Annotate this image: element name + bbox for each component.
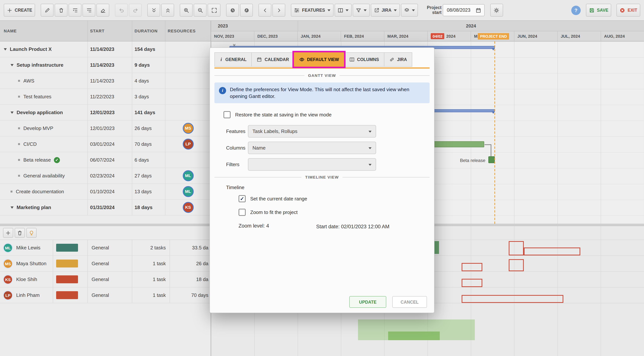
redo-button[interactable] <box>129 4 142 16</box>
outdent-button[interactable] <box>83 4 96 16</box>
save-button[interactable]: SAVE <box>586 4 612 16</box>
task-row[interactable]: Test features 11/22/2023 3 days <box>0 89 211 105</box>
tab-default-view[interactable]: DEFAULT VIEW <box>294 52 344 67</box>
tab-general[interactable]: iGENERAL <box>214 52 251 67</box>
filters-field-row: Filters <box>226 158 430 171</box>
chevron-down-icon <box>327 10 330 13</box>
zoom-fit-button[interactable] <box>208 4 221 16</box>
resource-row[interactable]: KSKloe Shih General 1 task 18 da <box>0 272 211 288</box>
task-resources-cell <box>165 152 211 168</box>
clear-button[interactable] <box>97 4 110 16</box>
history-forward-button[interactable] <box>240 4 253 16</box>
columns-select[interactable]: Name <box>248 142 376 154</box>
restore-state-checkbox-row[interactable]: Restore the state at saving in the view … <box>224 111 430 118</box>
exit-button[interactable]: EXIT <box>617 4 640 16</box>
avatar: ML <box>182 170 194 181</box>
columns-dropdown[interactable] <box>334 4 352 16</box>
gantt-bar-beta-release[interactable] <box>488 156 495 163</box>
create-button[interactable]: CREATE <box>4 4 35 16</box>
color-swatch <box>56 276 78 283</box>
month-cell: AUG, 2024 <box>601 31 644 41</box>
expand-all-button[interactable] <box>162 4 174 16</box>
redo-icon <box>133 7 138 13</box>
task-row[interactable]: Develop MVP 12/01/2023 26 days MS <box>0 120 211 136</box>
project-start-date-field[interactable] <box>443 4 484 16</box>
undo-button[interactable] <box>115 4 128 16</box>
chevron-down-icon <box>364 10 366 13</box>
cancel-button[interactable]: CANCEL <box>392 296 427 308</box>
filters-select[interactable] <box>248 158 376 171</box>
scroll-left-button[interactable] <box>259 4 272 16</box>
clock-forward-icon <box>244 7 250 13</box>
checkbox-unchecked[interactable] <box>224 111 230 118</box>
checkbox-unchecked[interactable] <box>238 209 246 216</box>
zoom-fit-checkbox-row[interactable]: Zoom to fit the project <box>238 209 430 216</box>
outdent-icon <box>86 7 92 13</box>
utilization-area-solid <box>388 332 440 340</box>
chevron-down-icon[interactable] <box>4 48 7 52</box>
collapse-all-button[interactable] <box>148 4 160 16</box>
features-select[interactable]: Task Labels, Rollups <box>248 125 376 138</box>
zoom-level-text: Zoom level: 4 <box>238 223 316 230</box>
history-back-button[interactable] <box>226 4 239 16</box>
edit-button[interactable] <box>41 4 54 16</box>
delete-button[interactable] <box>55 4 68 16</box>
task-resources-cell: LP <box>165 136 211 152</box>
task-name-cell: CI/CD <box>0 136 88 152</box>
task-resources-cell: KS <box>165 200 211 215</box>
update-button[interactable]: UPDATE <box>349 296 386 308</box>
chevron-down-icon[interactable] <box>10 64 14 68</box>
task-row[interactable]: AWS 11/14/2023 4 days <box>0 73 211 89</box>
resources-list: MLMike Lewis General 2 tasks 33.5 da MSM… <box>0 240 211 303</box>
task-duration-cell: 9 days <box>132 57 165 73</box>
task-row[interactable]: Marketing plan 01/31/2024 18 days KS <box>0 200 211 216</box>
resource-team-cell: General <box>88 272 132 287</box>
scroll-right-button[interactable] <box>273 4 286 16</box>
chevron-down-icon[interactable] <box>10 112 14 115</box>
settings-button[interactable] <box>490 4 503 16</box>
current-date-range-checkbox-row[interactable]: ✓ Set the current date range <box>238 195 430 202</box>
checkbox-checked[interactable]: ✓ <box>238 195 246 202</box>
tab-jira[interactable]: JIRA <box>384 52 412 67</box>
chevron-down-icon <box>394 10 397 13</box>
chevron-down-icon <box>368 164 372 167</box>
resource-row[interactable]: LPLinh Pham General 1 task 70 days <box>0 288 211 303</box>
task-duration-cell: 26 days <box>132 120 165 136</box>
tab-columns[interactable]: COLUMNS <box>344 52 384 67</box>
project-start-date-input[interactable] <box>446 7 473 13</box>
task-row[interactable]: Setup infrastructure 11/14/2023 9 days <box>0 57 211 73</box>
bullet-icon <box>18 80 20 82</box>
jira-dropdown[interactable]: JIRA <box>370 4 400 16</box>
task-row[interactable]: Create documentation 01/10/2024 13 days … <box>0 184 211 200</box>
tab-calendar[interactable]: CALENDAR <box>251 52 294 67</box>
task-duration-cell: 154 days <box>132 42 165 57</box>
task-row[interactable]: Beta release✓ 06/07/2024 6 days <box>0 152 211 168</box>
features-label: FEATURES <box>302 8 325 12</box>
bullet-icon <box>18 96 20 98</box>
chevron-down-icon[interactable] <box>10 206 14 210</box>
task-row[interactable]: Launch Product X 11/14/2023 154 days <box>0 42 211 57</box>
layers-dropdown[interactable] <box>401 4 418 16</box>
task-row[interactable]: General availability 02/23/2024 27 days … <box>0 168 211 184</box>
month-cell: NOV, 2023 <box>211 31 254 41</box>
features-dropdown[interactable]: FEATURES <box>291 4 333 16</box>
add-resource-button[interactable] <box>3 228 13 238</box>
month-cell: JUL, 2024 <box>557 31 601 41</box>
resource-color-cell <box>53 256 88 271</box>
task-start-cell: 01/10/2024 <box>88 184 132 199</box>
avatar: MS <box>3 258 13 268</box>
filter-dropdown[interactable] <box>352 4 370 16</box>
task-row[interactable]: Develop application 12/01/2023 141 days <box>0 105 211 120</box>
exit-circle-icon <box>620 7 625 13</box>
task-start-cell: 12/01/2023 <box>88 105 132 120</box>
resource-row[interactable]: MSMaya Shutton General 1 task 26 da <box>0 256 211 272</box>
indent-button[interactable] <box>69 4 82 16</box>
suggestions-button[interactable] <box>26 228 36 238</box>
bullet-icon <box>18 175 20 177</box>
help-button[interactable]: ? <box>571 6 581 15</box>
zoom-out-button[interactable] <box>194 4 207 16</box>
task-row[interactable]: CI/CD 03/01/2024 70 days LP <box>0 136 211 152</box>
zoom-in-button[interactable] <box>180 4 193 16</box>
delete-resource-button[interactable] <box>15 228 25 238</box>
resource-row[interactable]: MLMike Lewis General 2 tasks 33.5 da <box>0 240 211 256</box>
